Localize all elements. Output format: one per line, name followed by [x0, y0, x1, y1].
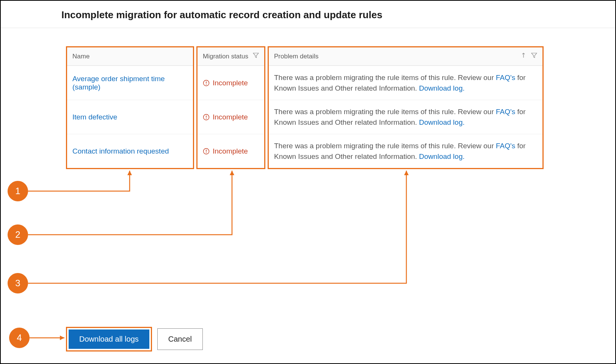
table-row: There was a problem migrating the rule i…: [269, 66, 542, 100]
error-icon: [203, 148, 210, 155]
callout-4: 4: [9, 328, 30, 348]
column-header-details[interactable]: Problem details: [269, 47, 542, 66]
svg-marker-9: [127, 171, 132, 175]
dialog-footer: Download all logs Cancel: [66, 327, 203, 351]
rule-name-link[interactable]: Average order shipment time (sample): [72, 75, 188, 91]
svg-point-2: [206, 84, 207, 85]
column-header-label: Problem details: [274, 53, 318, 60]
svg-marker-10: [230, 171, 234, 175]
column-header-label: Migration status: [203, 53, 248, 60]
svg-point-5: [206, 118, 207, 119]
column-name: Name Average order shipment time (sample…: [66, 46, 194, 169]
error-icon: [203, 80, 210, 86]
rule-name-link[interactable]: Contact information requested: [72, 147, 169, 155]
svg-point-8: [206, 152, 207, 153]
problem-details: There was a problem migrating the rule i…: [274, 141, 537, 162]
filter-icon[interactable]: [253, 52, 259, 60]
table-row: Incomplete: [197, 66, 264, 100]
table-row: There was a problem migrating the rule i…: [269, 134, 542, 168]
faq-link[interactable]: FAQ's: [496, 142, 515, 150]
download-log-link[interactable]: Download log.: [419, 152, 464, 160]
download-log-link[interactable]: Download log.: [419, 118, 464, 126]
download-all-highlight: Download all logs: [66, 327, 152, 351]
column-status: Migration status Incomplete Incomplete: [196, 46, 265, 169]
column-header-label: Name: [72, 53, 89, 60]
problem-details: There was a problem migrating the rule i…: [274, 72, 537, 93]
table-row: Item defective: [67, 100, 193, 134]
status-badge: Incomplete: [203, 147, 248, 155]
migration-table: Name Average order shipment time (sample…: [66, 46, 544, 169]
svg-marker-12: [60, 336, 64, 340]
problem-details: There was a problem migrating the rule i…: [274, 107, 537, 127]
status-badge: Incomplete: [203, 113, 248, 121]
page-title: Incomplete migration for automatic recor…: [1, 1, 615, 28]
column-details: Problem details There was a problem migr…: [268, 46, 544, 169]
download-log-link[interactable]: Download log.: [419, 84, 464, 92]
table-row: Contact information requested: [67, 134, 193, 168]
cancel-button[interactable]: Cancel: [157, 328, 203, 350]
callout-3: 3: [8, 273, 28, 293]
svg-marker-11: [404, 171, 409, 175]
filter-icon[interactable]: [531, 52, 537, 60]
table-row: Average order shipment time (sample): [67, 66, 193, 100]
callout-2: 2: [8, 224, 28, 245]
download-all-logs-button[interactable]: Download all logs: [69, 329, 149, 349]
table-row: Incomplete: [197, 100, 264, 134]
callout-1: 1: [8, 181, 28, 201]
table-row: There was a problem migrating the rule i…: [269, 100, 542, 134]
status-badge: Incomplete: [203, 79, 248, 87]
faq-link[interactable]: FAQ's: [496, 74, 515, 82]
column-header-name[interactable]: Name: [67, 47, 193, 66]
sort-icon[interactable]: [522, 52, 527, 60]
rule-name-link[interactable]: Item defective: [72, 113, 117, 121]
error-icon: [203, 114, 210, 121]
faq-link[interactable]: FAQ's: [496, 108, 515, 116]
column-header-status[interactable]: Migration status: [197, 47, 264, 66]
table-row: Incomplete: [197, 134, 264, 168]
